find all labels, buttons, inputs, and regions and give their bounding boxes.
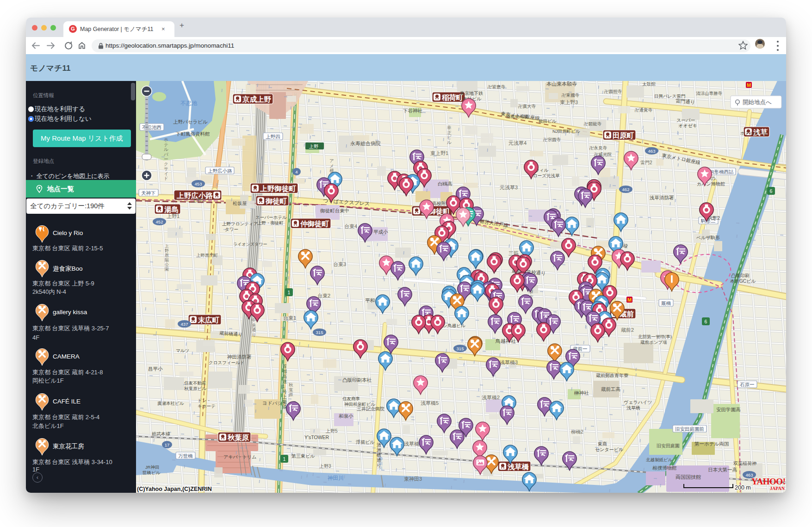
svg-text:上野5: 上野5: [325, 428, 338, 434]
svg-text:453: 453: [195, 181, 202, 186]
svg-text:台東1: 台東1: [283, 315, 296, 321]
svg-text:上野パセラビル: 上野パセラビル: [173, 119, 208, 124]
svg-text:タワー: タワー: [225, 227, 238, 232]
svg-text:万世橋: 万世橋: [178, 453, 193, 459]
svg-text:浅草橋2: 浅草橋2: [482, 395, 500, 400]
svg-text:上野2: 上野2: [192, 198, 205, 203]
svg-text:蔵前郵政青年寮: 蔵前郵政青年寮: [596, 373, 628, 378]
svg-text:463: 463: [648, 149, 656, 154]
svg-text:M: M: [627, 297, 632, 303]
svg-text:JR神田: JR神田: [145, 465, 160, 470]
svg-text:不忍池: 不忍池: [180, 100, 198, 106]
svg-text:M: M: [747, 82, 751, 88]
svg-text:上野黒門町: 上野黒門町: [196, 253, 218, 258]
svg-text:ホテルカワセ: ホテルカワセ: [740, 130, 767, 136]
svg-text:仲御徒町: 仲御徒町: [300, 220, 329, 228]
svg-text:JAPAN: JAPAN: [770, 486, 785, 491]
svg-text:台東4: 台東4: [344, 223, 357, 229]
svg-text:凸版印刷: 凸版印刷: [731, 273, 750, 278]
svg-text:廣瀬本社ビル: 廣瀬本社ビル: [157, 401, 184, 406]
svg-text:6: 6: [770, 188, 773, 194]
svg-text:柳橋2: 柳橋2: [571, 429, 583, 434]
svg-text:駒形橋西詰: 駒形橋西詰: [709, 169, 734, 174]
svg-text:卍廣大寺: 卍廣大寺: [518, 104, 536, 109]
svg-text:北越製紙ビル: 北越製紙ビル: [646, 457, 673, 462]
svg-text:蔵前2: 蔵前2: [621, 327, 634, 333]
svg-text:石原一: 石原一: [740, 382, 755, 387]
svg-text:6: 6: [705, 319, 707, 324]
svg-text:北部第一管理(事): 北部第一管理(事): [638, 334, 672, 339]
svg-text:スーパーホテル: スーパーホテル: [255, 215, 287, 220]
svg-text:卍圓照寺: 卍圓照寺: [604, 89, 622, 94]
svg-text:卍皆應寺: 卍皆應寺: [488, 84, 506, 89]
svg-text:太鼓館: 太鼓館: [642, 81, 656, 87]
svg-text:センタービル: センタービル: [595, 447, 624, 452]
svg-text:Y'sTOWER: Y'sTOWER: [304, 434, 329, 440]
svg-text:NJ田原町ビル: NJ田原町ビル: [552, 129, 580, 134]
svg-text:浮揚ビル: 浮揚ビル: [356, 440, 375, 445]
svg-text:上野・御徒町: 上野・御徒町: [257, 220, 284, 225]
svg-text:上野四: 上野四: [266, 134, 280, 139]
svg-text:世橋ビル: 世橋ビル: [142, 470, 161, 475]
svg-text:浅草橋3: 浅草橋3: [500, 360, 518, 365]
svg-text:田原町: 田原町: [613, 131, 634, 139]
svg-text:ベルザ駒形: ベルザ駒形: [696, 235, 720, 240]
svg-text:湯島: 湯島: [164, 205, 179, 213]
svg-text:京成上野: 京成上野: [242, 95, 272, 103]
svg-text:日興パレス雷門: 日興パレス雷門: [654, 93, 685, 99]
svg-text:YAHOO!: YAHOO!: [751, 477, 786, 486]
svg-text:元浅草4: 元浅草4: [508, 140, 527, 146]
svg-text:秋葉原: 秋葉原: [289, 382, 293, 397]
svg-text:神田消防署: 神田消防署: [227, 354, 252, 360]
svg-text:総武本線: 総武本線: [151, 431, 170, 436]
svg-text:上野恩賜公園: 上野恩賜公園: [164, 244, 169, 272]
svg-text:不忍池西: 不忍池西: [142, 124, 162, 130]
svg-text:上野1: 上野1: [167, 213, 180, 219]
svg-text:キホーテ: キホーテ: [198, 403, 216, 409]
svg-text:御徒町台東中: 御徒町台東中: [320, 208, 349, 213]
svg-text:卍通覚寺: 卍通覚寺: [635, 107, 653, 112]
svg-text:アメ横: アメ横: [329, 158, 334, 173]
svg-text:住友商事: 住友商事: [342, 396, 360, 401]
svg-text:スーパー: スーパー: [676, 118, 695, 123]
svg-text:白鴎高: 白鴎高: [438, 181, 452, 186]
svg-text:相撲博物館: 相撲博物館: [652, 465, 677, 471]
svg-text:松坂屋: 松坂屋: [233, 201, 247, 206]
svg-text:200 m: 200 m: [735, 484, 751, 491]
svg-text:旧安田庭園: 旧安田庭園: [657, 443, 680, 448]
svg-text:第一ホテル両国: 第一ホテル両国: [694, 441, 729, 446]
svg-text:ローズ元浅草: ローズ元浅草: [533, 173, 560, 178]
svg-text:台東2: 台東2: [317, 293, 330, 298]
svg-text:開始地点へ: 開始地点へ: [743, 99, 772, 105]
svg-text:315: 315: [316, 330, 323, 335]
svg-text:マルツ: マルツ: [176, 348, 189, 353]
svg-text:本所GCビル: 本所GCビル: [730, 279, 756, 284]
svg-text:浅草橋5: 浅草橋5: [421, 400, 439, 406]
svg-text:下町風俗資料館: 下町風俗資料館: [175, 131, 210, 136]
svg-text:アキバ・トリム: アキバ・トリム: [223, 454, 256, 459]
svg-text:本山東本願寺: 本山東本願寺: [546, 81, 577, 87]
svg-text:上野御徒町: 上野御徒町: [260, 185, 297, 192]
svg-text:神田和泉町ビル: 神田和泉町ビル: [344, 402, 375, 407]
svg-text:秋葉原ビル: 秋葉原ビル: [184, 386, 206, 391]
svg-text:437: 437: [181, 322, 188, 327]
svg-text:卍東國寺: 卍東國寺: [562, 93, 580, 98]
svg-text:卍永見寺: 卍永見寺: [589, 145, 607, 150]
svg-text:平和: 平和: [365, 298, 375, 303]
svg-text:カバン博物館: カバン博物館: [697, 181, 725, 186]
svg-text:末広町: 末広町: [198, 316, 220, 324]
svg-text:日本大第一高: 日本大第一高: [708, 467, 738, 472]
svg-text:東商: 東商: [597, 441, 607, 446]
svg-text:ドン・: ドン・: [198, 398, 211, 403]
svg-text:元浅草3: 元浅草3: [500, 185, 518, 190]
svg-text:クロスフィールド: クロスフィールド: [209, 360, 245, 365]
svg-text:上野広小路: 上野広小路: [208, 168, 232, 174]
svg-text:昌平小: 昌平小: [148, 366, 163, 372]
svg-text:神田川: 神田川: [328, 475, 344, 481]
svg-text:東上野3: 東上野3: [560, 99, 578, 105]
svg-text:中央通り: 中央通り: [252, 317, 256, 337]
svg-text:下谷神社: 下谷神社: [403, 108, 423, 113]
svg-text:卍願龍寺: 卍願龍寺: [584, 121, 602, 126]
svg-text:東神田3: 東神田3: [404, 476, 422, 482]
svg-text:315: 315: [457, 346, 464, 351]
